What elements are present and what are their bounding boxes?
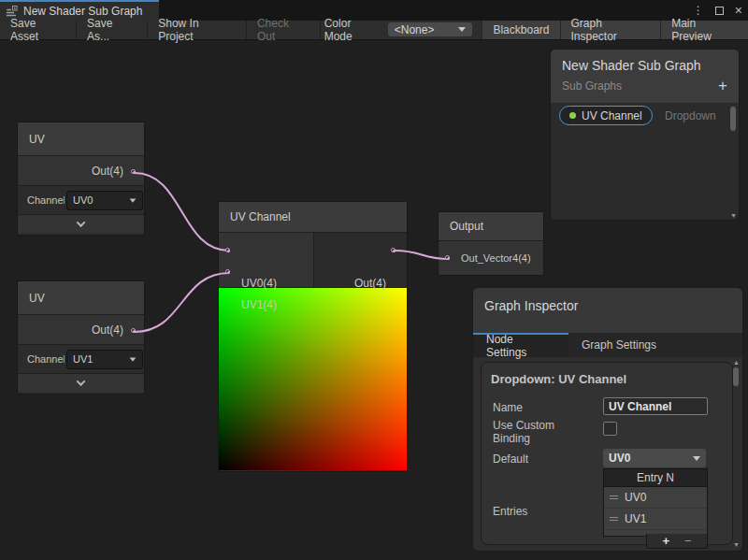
sub-graph-asset-icon	[6, 6, 18, 18]
entry-value: UV1	[625, 512, 646, 525]
tab-title: New Shader Sub Graph	[23, 5, 142, 18]
node-title: Output	[439, 212, 543, 241]
channel-dropdown[interactable]: UV0	[66, 191, 143, 210]
node-title: UV Channel	[219, 202, 407, 233]
input-port-label: UV1(4)	[241, 298, 277, 311]
chevron-down-icon	[693, 456, 700, 461]
node-channel-row: Channel UV1	[18, 345, 144, 374]
output-port-label: Out_Vector4(4)	[439, 241, 543, 275]
drag-handle-icon[interactable]	[610, 495, 618, 499]
wire-uv1-to-uv0[interactable]	[135, 173, 229, 251]
show-in-project-button[interactable]: Show In Project	[148, 21, 247, 39]
name-label: Name	[493, 401, 523, 414]
uv-gradient-preview	[219, 288, 407, 470]
property-name: UV Channel	[582, 109, 642, 122]
use-custom-binding-label: Use Custom Binding	[493, 419, 590, 445]
exposed-dot-icon	[569, 112, 576, 119]
entries-list-header: Entry N	[604, 469, 707, 487]
inspector-content: Dropdown: UV Channel Name UV Channel Use…	[473, 357, 742, 551]
blackboard-subtitle: Sub Graphs	[562, 79, 622, 93]
scroll-up-icon[interactable]: ▲	[733, 359, 740, 366]
blackboard-title: New Shader Sub Graph	[562, 58, 727, 73]
output-port-label: Out(4)	[354, 277, 386, 290]
uv2-out-port[interactable]	[131, 328, 136, 333]
node-channel-row: Channel UV0	[18, 186, 144, 215]
use-custom-binding-checkbox[interactable]	[603, 422, 617, 436]
blackboard-toggle-button[interactable]: Blackboard	[482, 21, 559, 39]
chevron-down-icon	[458, 27, 466, 32]
blackboard-panel: New Shader Sub Graph Sub Graphs + UV Cha…	[550, 49, 740, 221]
settings-box-title: Dropdown: UV Channel	[482, 363, 732, 386]
add-entry-button[interactable]: +	[662, 535, 669, 547]
channel-label: Channel	[27, 194, 65, 206]
scroll-down-icon[interactable]: ▼	[730, 212, 737, 219]
graph-inspector-toggle-button[interactable]: Graph Inspector	[560, 21, 661, 39]
input-port-label: UV0(4)	[241, 277, 277, 290]
scroll-down-icon[interactable]: ▼	[733, 541, 740, 548]
uvchannel-in-uv1-port[interactable]	[225, 269, 230, 274]
entry-row[interactable]: UV1	[604, 509, 707, 530]
scrollbar-thumb[interactable]	[733, 367, 739, 386]
color-mode-value: <None>	[395, 23, 435, 36]
add-property-button[interactable]: +	[718, 78, 727, 93]
collapse-button[interactable]	[18, 374, 144, 392]
entry-row[interactable]: UV0	[604, 487, 707, 509]
chevron-down-icon	[130, 357, 137, 361]
entry-value: UV0	[625, 491, 646, 504]
inspector-tabs: Node Settings Graph Settings	[473, 333, 742, 357]
close-icon[interactable]: ×	[735, 4, 742, 17]
color-mode-label: Color Mode	[321, 21, 388, 39]
output-in-port[interactable]	[445, 255, 450, 260]
scrollbar-thumb[interactable]	[730, 107, 736, 131]
node-output-row: Out(4)	[18, 315, 144, 345]
uv1-out-port[interactable]	[131, 169, 136, 174]
uv-node-1[interactable]: UV Out(4) Channel UV0	[17, 122, 145, 236]
main-preview-toggle-button[interactable]: Main Preview	[660, 21, 748, 39]
channel-value: UV1	[73, 353, 93, 365]
drag-handle-icon[interactable]	[610, 517, 618, 521]
blackboard-body: UV Channel Dropdown ▼	[551, 103, 739, 221]
wire-uv2-to-uv1[interactable]	[135, 273, 229, 332]
channel-label: Channel	[27, 353, 65, 365]
output-node[interactable]: Output Out_Vector4(4)	[438, 211, 544, 276]
dropdown-settings-box: Dropdown: UV Channel Name UV Channel Use…	[481, 362, 733, 545]
inspector-title: Graph Inspector	[473, 288, 742, 333]
save-as-button[interactable]: Save As...	[77, 21, 148, 39]
default-value: UV0	[609, 452, 630, 465]
name-field[interactable]: UV Channel	[603, 397, 708, 415]
default-label: Default	[493, 452, 528, 466]
output-ports-column: Out(4)	[314, 233, 407, 287]
entries-label: Entries	[493, 505, 527, 518]
input-ports-column: UV0(4) UV1(4)	[219, 233, 314, 287]
maximize-icon[interactable]	[715, 7, 724, 15]
save-asset-button[interactable]: Save Asset	[0, 21, 77, 39]
collapse-button[interactable]	[18, 215, 144, 233]
node-output-row: Out(4)	[18, 156, 144, 186]
uv-node-2[interactable]: UV Out(4) Channel UV1	[17, 280, 145, 395]
node-title: UV	[18, 122, 144, 156]
chevron-down-icon	[130, 198, 137, 202]
remove-entry-button[interactable]: −	[684, 535, 692, 547]
uvchannel-out-port[interactable]	[391, 248, 396, 252]
window-menu-icon[interactable]: ⋮	[693, 5, 704, 16]
node-title: UV	[18, 281, 144, 315]
node-ports: UV0(4) UV1(4) Out(4)	[219, 233, 407, 288]
check-out-button: Check Out	[247, 21, 321, 39]
blackboard-header: New Shader Sub Graph Sub Graphs +	[551, 50, 739, 103]
property-type: Dropdown	[665, 109, 716, 122]
entries-footer-tray: + −	[646, 534, 708, 549]
property-pill-uv-channel[interactable]: UV Channel	[559, 106, 653, 125]
uvchannel-in-uv0-port[interactable]	[225, 248, 230, 252]
graph-inspector-panel: Graph Inspector Node Settings Graph Sett…	[472, 287, 743, 552]
collapse-chevron-icon	[77, 218, 86, 227]
collapse-chevron-icon	[77, 377, 86, 386]
tab-node-settings[interactable]: Node Settings	[473, 333, 568, 357]
channel-value: UV0	[73, 194, 93, 206]
color-mode-dropdown[interactable]: <None>	[388, 22, 473, 36]
uv-channel-node[interactable]: UV Channel UV0(4) UV1(4) Out(4)	[218, 201, 408, 472]
entries-list: Entry N UV0 UV1	[603, 468, 708, 537]
tab-graph-settings[interactable]: Graph Settings	[568, 333, 669, 357]
default-dropdown[interactable]: UV0	[603, 449, 706, 467]
shader-graph-toolbar: Save Asset Save As... Show In Project Ch…	[0, 21, 748, 40]
channel-dropdown[interactable]: UV1	[66, 350, 143, 369]
